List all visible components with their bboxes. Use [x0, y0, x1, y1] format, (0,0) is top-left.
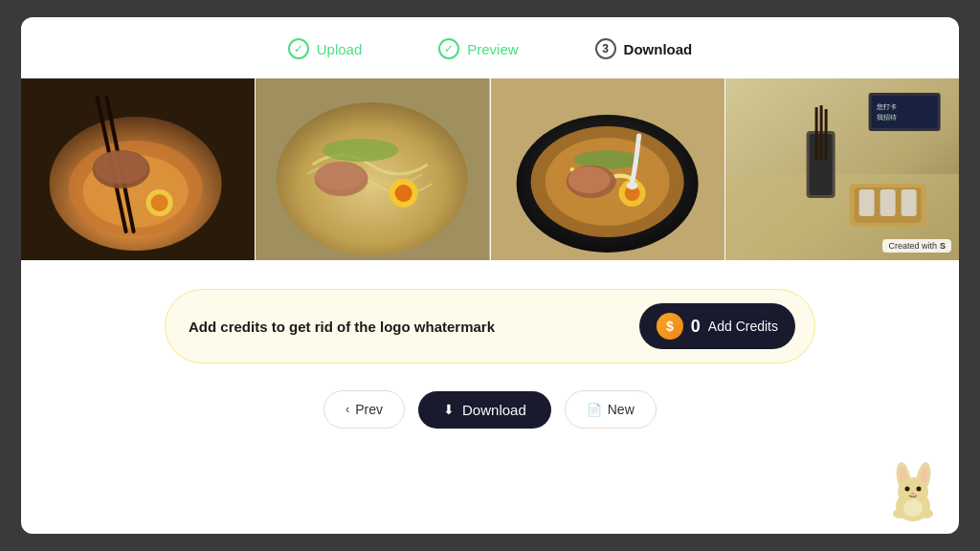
watermark-text: Created with	[888, 241, 937, 251]
svg-point-14	[316, 162, 364, 190]
prev-button[interactable]: ‹ Prev	[323, 390, 405, 429]
svg-point-12	[323, 139, 399, 162]
image-cell-1	[21, 78, 255, 260]
svg-point-23	[568, 166, 610, 193]
new-label: New	[608, 402, 635, 417]
svg-text:您打卡: 您打卡	[875, 103, 896, 110]
step-download: 3 Download	[595, 38, 693, 59]
step-upload-label: Upload	[317, 41, 363, 57]
bunny-mascot-svg	[887, 460, 940, 522]
svg-point-9	[151, 194, 168, 211]
svg-point-7	[95, 151, 148, 184]
coin-icon: $	[657, 313, 683, 340]
step-download-number: 3	[595, 38, 616, 59]
svg-point-26	[626, 182, 637, 189]
download-label: Download	[462, 402, 526, 418]
download-button[interactable]: ⬇ Download	[418, 391, 551, 429]
prev-label: Prev	[355, 402, 383, 417]
credits-message: Add credits to get rid of the logo whate…	[189, 319, 624, 335]
steps-header: ✓ Upload ✓ Preview 3 Download	[21, 17, 959, 78]
step-download-label: Download	[624, 41, 693, 57]
svg-rect-40	[871, 96, 937, 128]
image-cell-4: 您打卡 我招待 Created with S	[724, 78, 959, 260]
credits-banner: Add credits to get rid of the logo whate…	[165, 289, 815, 364]
ramen-image-3	[491, 78, 724, 260]
new-button[interactable]: 📄 New	[565, 390, 657, 429]
coin-symbol: $	[666, 319, 674, 334]
bunny-mascot	[887, 460, 940, 522]
image-cell-3	[490, 78, 724, 260]
svg-rect-31	[814, 107, 817, 160]
step-upload: ✓ Upload	[288, 38, 363, 59]
add-credits-label: Add Credits	[708, 319, 778, 334]
ramen-image-1	[21, 78, 255, 260]
svg-point-50	[917, 487, 922, 492]
step-preview: ✓ Preview	[438, 38, 518, 59]
image-cell-2	[255, 78, 489, 260]
svg-point-16	[395, 185, 412, 202]
ramen-image-2	[256, 78, 489, 260]
svg-point-49	[905, 487, 910, 492]
svg-rect-36	[858, 189, 874, 216]
new-file-icon: 📄	[587, 403, 602, 417]
svg-point-54	[903, 499, 923, 517]
download-icon: ⬇	[443, 402, 455, 417]
credits-count: 0	[691, 317, 701, 337]
main-container: ✓ Upload ✓ Preview 3 Download	[21, 17, 959, 534]
svg-rect-33	[824, 109, 827, 160]
step-preview-check-icon: ✓	[438, 38, 459, 59]
svg-point-51	[911, 493, 915, 496]
watermark-badge: Created with S	[882, 239, 951, 253]
image-strip: 您打卡 我招待 Created with S	[21, 78, 959, 260]
step-upload-check-icon: ✓	[288, 38, 309, 59]
add-credits-button[interactable]: $ 0 Add Credits	[639, 303, 795, 349]
svg-text:我招待: 我招待	[876, 114, 896, 121]
svg-rect-37	[880, 189, 895, 216]
restaurant-image-4: 您打卡 我招待	[725, 78, 959, 260]
watermark-logo: S	[940, 241, 946, 251]
svg-rect-32	[819, 105, 822, 160]
svg-rect-38	[901, 189, 916, 216]
prev-chevron-icon: ‹	[345, 403, 349, 416]
bottom-buttons: ‹ Prev ⬇ Download 📄 New	[323, 390, 657, 429]
step-preview-label: Preview	[467, 41, 518, 57]
